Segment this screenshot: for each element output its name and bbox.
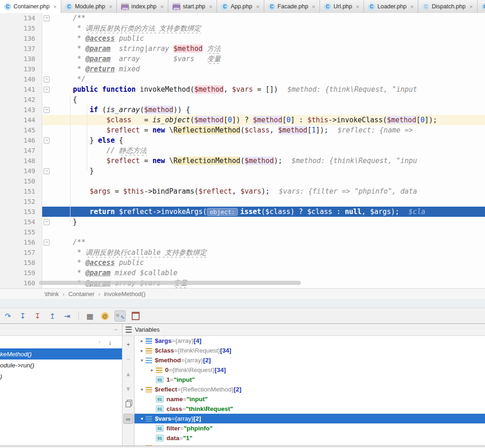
line-number[interactable]: 138 [0,54,42,64]
code-line[interactable]: // 静态方法 [51,145,485,156]
line-number[interactable]: 140 [0,74,42,84]
line-number[interactable]: 147 [0,145,42,156]
line-number[interactable]: 139 [0,64,42,74]
collapse-icon[interactable]: ▾ [138,387,146,392]
line-number[interactable]: 146 [0,135,42,145]
fold-marker-icon[interactable]: − [44,138,50,144]
evaluate-expression-icon[interactable]: ▦ [85,311,95,321]
code-line[interactable]: $reflect = new \ReflectionMethod($method… [51,156,485,166]
line-number[interactable]: 135 [0,23,42,33]
watch-icon[interactable]: @ [100,311,110,321]
line-number[interactable]: 144 [0,115,42,125]
tab-container-php[interactable]: CContainer.php× [0,0,61,13]
code-line[interactable]: * @access public [51,258,485,268]
fold-marker-icon[interactable]: − [44,15,50,21]
code-line[interactable]: } else { [51,135,485,145]
line-number[interactable]: 143 [0,105,42,115]
line-number[interactable]: 159 [0,268,42,278]
code-line[interactable]: * 调用反射执行类的方法 支持参数绑定 [51,23,485,33]
previous-frame-icon[interactable]: ↑ [98,339,101,346]
panel-menu-icon[interactable] [126,327,132,333]
move-up-icon[interactable]: ▲ [124,369,133,379]
expand-icon[interactable]: ▸ [138,348,146,353]
close-tab-icon[interactable]: × [109,3,113,10]
code-line[interactable]: return $reflect->invokeArgs(object:isset… [51,207,485,217]
variable-row-data[interactable]: 01data = "1" [134,433,485,443]
line-number[interactable]: 134 [0,13,42,23]
variable-row-class[interactable]: ▸$class = {think\Request} [34] [134,346,485,355]
code-line[interactable]: * @param mixed $callable [51,268,485,278]
code-line[interactable]: $class = is_object($method[0]) ? $method… [51,115,485,125]
variable-row-filter[interactable]: 01filter = "phpinfo" [134,423,485,433]
code-line[interactable] [51,196,485,207]
code-editor[interactable]: tl 134− /**135 * 调用反射执行类的方法 支持参数绑定136 * … [0,13,485,288]
collapse-icon[interactable]: ▾ [138,416,146,421]
close-tab-icon[interactable]: × [160,3,164,10]
frames-panel-menu-icon[interactable]: → [113,325,118,332]
fold-marker-icon[interactable]: − [44,76,50,82]
line-number[interactable]: 150 [0,176,42,186]
variable-row-method[interactable]: ▾$method = {array} [2] [134,355,485,365]
breadcrumb-item-container[interactable]: Container [68,290,94,297]
tab-dispatch-php[interactable]: CDispatch.php× [418,0,478,13]
code-line[interactable] [51,227,485,237]
close-tab-icon[interactable]: × [53,3,57,10]
code-line[interactable]: public function invokeMethod($method, $v… [51,84,485,95]
close-tab-icon[interactable]: × [256,3,260,10]
move-down-icon[interactable]: ▼ [124,384,133,393]
force-step-into-icon[interactable]: ↧ [32,311,43,321]
code-line[interactable]: $reflect = new \ReflectionMethod($class,… [51,125,485,135]
tab-loader-php[interactable]: CLoader.php× [364,0,418,13]
line-number[interactable]: 153 [0,207,42,217]
show-values-inline-icon[interactable]: ≡✎ [115,310,126,322]
code-line[interactable]: if (is_array($method)) { [51,105,485,115]
line-number[interactable]: 155 [0,227,42,237]
expand-icon[interactable]: ▸ [148,367,156,372]
expand-icon[interactable]: ▸ [138,338,146,343]
restore-layout-icon[interactable] [130,311,140,321]
step-out-icon[interactable]: ↥ [47,311,57,321]
variable-row-args[interactable]: ▸$args = {array} [4] [134,336,485,346]
line-number[interactable]: 152 [0,196,42,207]
collapse-icon[interactable]: ▾ [138,358,146,363]
close-tab-icon[interactable]: × [410,3,414,10]
tab-facade-php[interactable]: CFacade.php× [264,0,320,13]
line-number[interactable]: 160 [0,278,42,288]
close-tab-icon[interactable]: × [209,3,213,10]
line-number[interactable]: 149 [0,166,42,176]
line-number[interactable]: 157 [0,247,42,258]
fold-marker-icon[interactable]: − [44,168,50,174]
horizontal-scrollbar[interactable] [39,281,301,285]
close-tab-icon[interactable]: × [356,3,360,10]
code-line[interactable]: * @access public [51,33,485,44]
line-number[interactable]: 154 [0,217,42,227]
line-number[interactable]: 158 [0,258,42,268]
step-into-icon[interactable]: ↧ [18,311,28,321]
line-number[interactable]: 148 [0,156,42,166]
fold-marker-icon[interactable]: − [44,107,50,113]
tab-re[interactable]: CRe× [478,0,485,13]
code-line[interactable] [51,176,485,186]
show-watches-icon[interactable]: ∞ [123,414,134,424]
stack-frame-row[interactable]: odule->run() [0,360,122,371]
line-number[interactable]: 136 [0,33,42,44]
line-number[interactable]: 141 [0,84,42,95]
code-line[interactable]: } [51,166,485,176]
variable-row-1[interactable]: 011 = "input" [134,375,485,385]
line-number[interactable]: 156 [0,237,42,247]
stack-frame-row[interactable]: ) [0,371,122,382]
tab-app-php[interactable]: CApp.php× [217,0,264,13]
variable-row-vars[interactable]: ▾$vars = {array} [2] [134,414,485,423]
line-number[interactable]: 151 [0,186,42,196]
code-line[interactable]: /** [51,13,485,23]
variable-row-0[interactable]: ▸0 = {think\Request} [34] [134,365,485,375]
add-watch-icon[interactable]: + [124,340,133,349]
breadcrumb-item-think[interactable]: \think [45,290,59,297]
code-line[interactable]: } [51,217,485,227]
code-line[interactable]: */ [51,74,485,84]
code-line[interactable]: /** [51,237,485,247]
code-line[interactable]: * @param string|array $method 方法 [51,44,485,54]
close-tab-icon[interactable]: × [469,3,473,10]
breadcrumb-item-invokemethod[interactable]: invokeMethod() [104,290,146,297]
stack-frame-row[interactable]: keMethod() [0,348,122,360]
